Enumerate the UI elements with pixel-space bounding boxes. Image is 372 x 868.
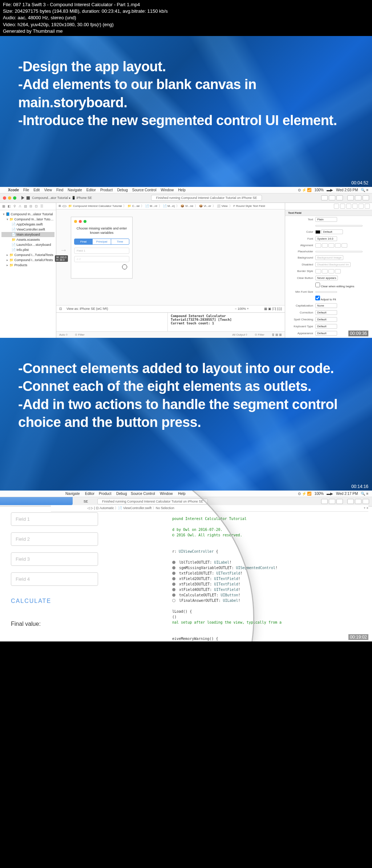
left-panel-icon[interactable]	[347, 195, 354, 200]
field-2[interactable]: d 2	[74, 256, 129, 262]
scheme-selector[interactable]: Compound...ator Tutorial ▸ 📱 iPhone SE	[32, 196, 92, 200]
clear-editing-checkbox[interactable]	[315, 283, 320, 287]
adjust-fit-checkbox[interactable]	[315, 296, 320, 300]
outlet-ring-icon[interactable]	[172, 599, 175, 602]
menu-navigate-2[interactable]: Navigate	[65, 492, 80, 496]
nav-uitests[interactable]: ▸📁 Compound I...torialUITests	[1, 257, 54, 263]
canvas-title-label[interactable]: Choose missing variable and enter known …	[74, 227, 129, 235]
xcode-toolbar: Compound...ator Tutorial ▸ 📱 iPhone SE F…	[0, 193, 372, 203]
code-editor[interactable]: pound Interest Calculator Tutorial d by …	[169, 512, 372, 641]
outlet-ring-icon[interactable]	[172, 588, 175, 591]
field-3-preview[interactable]: Field 3	[11, 552, 98, 566]
field-2-preview[interactable]: Field 2	[11, 532, 98, 546]
window-controls[interactable]	[3, 196, 16, 200]
outlet-ring-icon[interactable]	[172, 577, 175, 580]
search-icon[interactable]: 🔍 ≡	[361, 188, 368, 192]
cursor-icon	[122, 264, 127, 269]
field-4-preview[interactable]: Field 4	[11, 572, 98, 586]
run-button[interactable]	[21, 196, 24, 200]
wifi-icon[interactable]: ⊙ ⚡ 📶	[298, 188, 312, 192]
outlet-ring-icon[interactable]	[172, 566, 175, 569]
nav-products[interactable]: ▸📁 Products	[1, 263, 54, 268]
menu-debug[interactable]: Debug	[117, 188, 128, 192]
editor-mode-buttons[interactable]	[321, 195, 369, 200]
view-as-label[interactable]: View as: iPhone SE (wC hR)	[66, 307, 108, 311]
wifi-icon-2[interactable]: ⊙ ⚡ 📶	[298, 492, 312, 496]
console-filter-bar: Auto ◊ ⊙ Filter All Output ◊ ⊙ Filter 🗑 …	[56, 331, 285, 338]
canvas-bottom-bar: ⊡ View as: iPhone SE (wC hR) − 100% + ▦ …	[56, 305, 285, 312]
text-type-select[interactable]: Plain	[315, 217, 337, 222]
interface-builder-canvas[interactable]: → Choose missing variable and enter know…	[56, 209, 285, 305]
app-name[interactable]: Xcode	[8, 188, 19, 192]
nav-appdelegate[interactable]: 📄 AppDelegate.swift	[1, 222, 54, 227]
meta-file: File: 087 17a Swift 3 - Compound Interes…	[3, 1, 369, 8]
inspector-tabs[interactable]	[285, 203, 372, 210]
nav-infoplist[interactable]: 📄 Info.plist	[1, 247, 54, 252]
nav-folder[interactable]: ▾📁 Compound In...lator Tutorial	[1, 217, 54, 222]
slide-1: -Design the app layout. -Add elements to…	[0, 36, 372, 187]
clock: Wed 2:03 PM	[336, 188, 358, 192]
final-value-label: Final value:	[11, 621, 98, 627]
segmented-control[interactable]: Final Principal Time	[74, 239, 129, 245]
outlet-ring-icon[interactable]	[172, 593, 175, 597]
meta-audio: Audio: aac, 48000 Hz, stereo (und)	[3, 15, 369, 21]
nav-assets[interactable]: 📁 Assets.xcassets	[1, 237, 54, 242]
outlet-ring-icon[interactable]	[172, 583, 175, 586]
clock-2: Wed 2:17 PM	[336, 492, 358, 496]
maximize-icon[interactable]	[13, 196, 16, 200]
all-output-selector[interactable]: All Output ◊	[232, 333, 247, 336]
stop-button[interactable]	[27, 196, 30, 200]
color-swatch[interactable]	[315, 230, 320, 234]
seg-principal[interactable]: Principal	[93, 239, 111, 244]
menu-view[interactable]: View	[44, 188, 52, 192]
menu-product[interactable]: Product	[100, 188, 113, 192]
editor-area: ⊞ ◁ ▷ 📁 Compound Interest Calculator Tut…	[56, 203, 285, 338]
timestamp-2: 00:09:36	[348, 331, 368, 336]
menu-file[interactable]: File	[23, 188, 29, 192]
bottom-panel-icon[interactable]	[355, 195, 361, 200]
auto-selector[interactable]: Auto ◊	[59, 333, 68, 336]
alignment-buttons[interactable]	[315, 243, 369, 248]
inspector-header: Text Field	[285, 210, 372, 216]
battery-icon: ▬▶	[327, 188, 333, 192]
menu-navigate[interactable]: Navigate	[68, 188, 82, 192]
menu-edit[interactable]: Edit	[33, 188, 40, 192]
slide2-line3: -Add in two actions to handle the segmen…	[18, 396, 354, 432]
meta-generated: Generated by Thumbnail me	[3, 28, 369, 35]
outlet-ring-icon[interactable]	[172, 561, 175, 564]
nav-viewcontroller[interactable]: 📄 ViewController.swift	[1, 227, 54, 232]
slide1-line3: -Introduce the new segmented control UI …	[18, 112, 354, 129]
nav-launchscreen[interactable]: 📄 LaunchScr....storyboard	[1, 242, 54, 247]
seg-time[interactable]: Time	[111, 239, 129, 244]
calculate-button[interactable]: CALCULATE	[11, 592, 98, 610]
font-select[interactable]: System 14.0	[315, 236, 337, 241]
menu-window[interactable]: Window	[161, 188, 174, 192]
mac-menubar: Xcode File Edit View Find Navigate Edito…	[0, 187, 372, 193]
zoom-controls[interactable]: − 100% +	[235, 307, 249, 311]
slide2-line2: -Connet each of the eight elements as ou…	[18, 377, 354, 395]
seg-final[interactable]: Final	[74, 239, 93, 244]
border-style-buttons[interactable]	[315, 269, 369, 273]
right-panel-icon[interactable]	[363, 195, 369, 200]
outlet-ring-icon[interactable]	[172, 572, 175, 575]
jump-bar[interactable]: ⊞ ◁ ▷ 📁 Compound Interest Calculator Tut…	[56, 203, 285, 209]
iphone-canvas[interactable]: Choose missing variable and enter known …	[71, 217, 133, 279]
version-editor-icon[interactable]	[336, 195, 343, 200]
menu-help[interactable]: Help	[178, 188, 186, 192]
nav-tests[interactable]: ▸📁 Compound I...TutorialTests	[1, 252, 54, 257]
project-nav-icon[interactable]: ▦	[1, 204, 6, 208]
nav-mainstoryboard[interactable]: 📄 Main.storyboard	[1, 232, 54, 237]
assistant-editor-icon[interactable]	[329, 195, 335, 200]
menu-find[interactable]: Find	[56, 188, 63, 192]
placeholder-input[interactable]	[315, 251, 363, 252]
text-value-input[interactable]	[315, 225, 363, 227]
menu-source-control[interactable]: Source Control	[132, 188, 157, 192]
minimize-icon[interactable]	[8, 196, 11, 200]
menu-editor[interactable]: Editor	[86, 188, 96, 192]
navigator-tabs[interactable]: ▦◧⚲⚠▤⊟⊡☰	[0, 203, 56, 210]
field-1[interactable]: Field 1	[74, 248, 129, 254]
standard-editor-icon[interactable]	[321, 195, 328, 200]
nav-root[interactable]: ▾📘 Compound In...ulator Tutorial	[1, 212, 54, 217]
close-icon[interactable]	[3, 196, 6, 200]
field-1-preview[interactable]: Field 1	[11, 512, 98, 526]
